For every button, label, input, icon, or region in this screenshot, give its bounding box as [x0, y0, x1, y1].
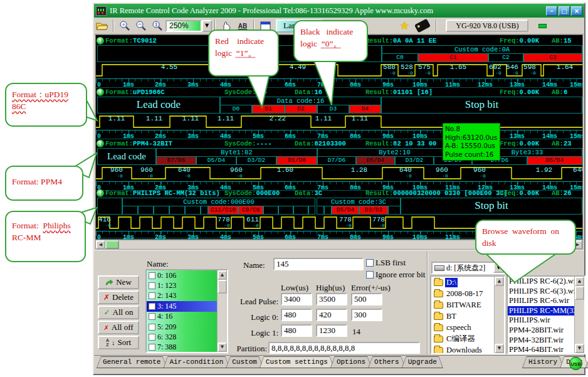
list-item[interactable]: 7: 388 [147, 342, 217, 352]
close-button[interactable]: × [571, 6, 582, 16]
scroll-up-icon[interactable]: ↑ [97, 88, 104, 96]
file-item[interactable]: PPM4-64BIT.wir [508, 345, 574, 353]
folder-item[interactable]: cspeech [431, 322, 494, 333]
drive-select[interactable]: d: [系统盘2] ▼ [431, 262, 505, 274]
list-item[interactable]: 3: 145 [147, 301, 217, 311]
item-checkbox[interactable] [149, 324, 155, 331]
file-scrollbar[interactable]: ▲ ▼ [574, 277, 584, 353]
logic0-high-input[interactable] [316, 309, 347, 321]
tab[interactable]: Custom [226, 356, 263, 368]
item-checkbox[interactable] [149, 292, 155, 299]
tab[interactable]: History [522, 356, 564, 368]
tab[interactable]: Custom settings [260, 356, 334, 368]
logic1-low-input[interactable] [281, 324, 312, 337]
lead-pulse-error-input[interactable] [351, 293, 382, 305]
item-checkbox[interactable] [149, 282, 155, 289]
zoom-dropdown-button[interactable]: ▼ [202, 20, 212, 32]
callout-red-logic1: Red indicate logic “1”。 [208, 29, 279, 77]
file-item[interactable]: PHILIPS RC-6(2).wir [508, 277, 574, 287]
folder-item[interactable]: C编译器 [431, 333, 494, 344]
name-input[interactable] [273, 258, 364, 270]
list-item[interactable]: 2: 143 [147, 291, 217, 301]
code-list[interactable]: 0: 106 1: 123 2: 143 [145, 269, 228, 353]
folder-item[interactable]: Downloads [431, 344, 494, 353]
file-item[interactable]: PHILIPS RC-6(3).wir [508, 287, 574, 297]
maximize-button[interactable]: □ [559, 6, 570, 16]
lsb-first-checkbox[interactable]: LSB first [366, 258, 406, 268]
pulse-value: 598·0 [523, 64, 536, 77]
list-item[interactable]: 5: 209 [147, 322, 217, 332]
item-checkbox[interactable] [149, 303, 155, 310]
list-item[interactable]: 4: 16 [147, 312, 217, 322]
minimize-button[interactable]: – [546, 6, 557, 16]
scroll-up-button[interactable]: ▲ [495, 277, 504, 286]
scroll-up-icon[interactable]: ↑ [97, 37, 104, 45]
folder-list[interactable]: D:\ 2008-08-17 BITWARE [430, 275, 505, 354]
tab[interactable]: Air-condition [163, 356, 229, 368]
folder-item[interactable]: D:\ [431, 277, 494, 288]
file-item[interactable]: PPM4-32BIT.wir [508, 336, 574, 346]
scroll-down-button[interactable]: ▼ [495, 344, 504, 353]
folder-scrollbar[interactable]: ▲ ▼ [494, 277, 504, 353]
scroll-up-icon[interactable]: ↑ [97, 189, 104, 197]
new-button[interactable]: New [98, 275, 139, 289]
scrollbar-thumb[interactable] [218, 280, 227, 294]
list-item[interactable]: 1: 123 [147, 280, 217, 290]
item-checkbox[interactable] [149, 334, 155, 341]
tab[interactable]: Others [368, 356, 406, 368]
scrollbar-thumb[interactable] [105, 240, 119, 249]
zoom-level-select[interactable]: 250% [165, 20, 202, 32]
tab[interactable]: Upgrade [402, 356, 443, 368]
file-list[interactable]: PHILIPS RC-6(2).wirPHILIPS RC-6(3).wirPH… [507, 275, 585, 354]
folder-icon [434, 279, 443, 286]
callout-browse-disk: Browse waveform on disk [475, 220, 576, 255]
scroll-up-button[interactable]: ▲ [218, 270, 227, 280]
zoom-out-button[interactable]: − [134, 19, 149, 33]
zoom-reset-button[interactable]: 1 [150, 19, 165, 33]
file-item[interactable]: PHILIPS RC-MM(32 bits).wir [508, 306, 574, 316]
all-on-button[interactable]: ✓All on [98, 305, 139, 319]
scroll-up-icon[interactable]: ↑ [97, 140, 104, 147]
pulse-value: 778·0 [372, 216, 385, 229]
file-item[interactable]: PHILIPS RC-6.wir [508, 296, 574, 306]
device-button[interactable]: YG-920 V8.0 (USB) [446, 19, 528, 32]
logic1-high-input[interactable] [316, 324, 347, 337]
logic0-low-input[interactable] [281, 309, 312, 321]
zoom-in-button[interactable]: + [117, 19, 132, 33]
title-bar[interactable]: IR Remote Control Code Analyzer 2009 - P… [94, 4, 584, 18]
all-off-button[interactable]: ✗All off [98, 321, 139, 334]
list-scrollbar[interactable]: ▲ ▼ [217, 270, 227, 352]
scroll-up-button[interactable]: ▲ [575, 277, 584, 286]
item-checkbox[interactable] [149, 272, 155, 279]
sort-button[interactable]: AZ↓Sort [98, 336, 139, 349]
list-item[interactable]: 6: 328 [147, 332, 217, 342]
remote-control-icon[interactable] [414, 19, 431, 33]
delete-button[interactable]: ✗Delete [98, 290, 139, 304]
bit-cell: C2 [488, 53, 523, 62]
scroll-down-button[interactable]: ▼ [575, 344, 584, 353]
partition-input[interactable] [268, 342, 420, 354]
lead-pulse-low-input[interactable] [281, 293, 312, 305]
file-item[interactable]: PHILIPS.wir [508, 316, 574, 326]
folder-item[interactable]: BT [431, 311, 494, 322]
lead-pulse-high-input[interactable] [316, 293, 347, 305]
logic0-error-input[interactable] [351, 309, 382, 321]
list-item[interactable]: 0: 106 [147, 270, 217, 280]
scrollbar-track[interactable] [495, 286, 504, 344]
scroll-left-button[interactable]: ◀ [96, 240, 105, 249]
format-label: Format: [105, 88, 133, 96]
folder-item[interactable]: 2008-08-17 [431, 288, 494, 299]
tab[interactable]: Options [330, 356, 372, 368]
drive-dropdown-button[interactable]: ▼ [493, 263, 504, 273]
scrollbar-thumb[interactable] [575, 286, 584, 300]
item-checkbox[interactable] [149, 344, 155, 351]
ignore-error-checkbox[interactable]: Ignore error bit [366, 270, 425, 280]
file-item[interactable]: PPM4-28BIT.wir [508, 326, 574, 336]
open-file-button[interactable] [95, 19, 110, 33]
tab[interactable]: General remote [97, 356, 167, 368]
favorites-star-icon[interactable]: ★ [399, 19, 409, 33]
scrollbar-track[interactable] [575, 300, 584, 344]
pulse-trace-svg [96, 165, 582, 181]
item-checkbox[interactable] [149, 313, 155, 320]
folder-item[interactable]: BITWARE [431, 299, 494, 311]
